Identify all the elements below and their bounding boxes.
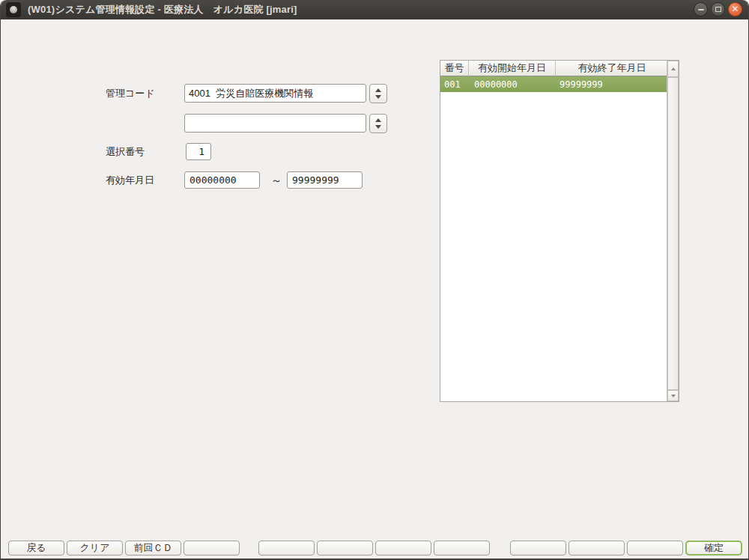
close-icon: ✕ [731, 4, 739, 13]
table-row[interactable]: 001 00000000 99999999 [440, 76, 679, 92]
mgmt-code-spinner[interactable] [369, 84, 387, 103]
valid-date-end-input[interactable] [287, 171, 363, 189]
close-button[interactable]: ✕ [728, 2, 742, 16]
app-icon [6, 2, 21, 17]
empty-button-6[interactable] [510, 541, 566, 556]
col-header-number[interactable]: 番号 [440, 61, 469, 76]
mgmt-code-label: 管理コード [106, 87, 155, 100]
minimize-icon [698, 9, 704, 10]
date-range-separator: ～ [266, 174, 287, 188]
selection-number-label: 選択番号 [106, 145, 145, 159]
app-window: (W01)システム管理情報設定 - 医療法人 オルカ医院 [jmari] ✕ 管… [0, 0, 749, 560]
empty-button-5[interactable] [434, 541, 490, 556]
spinner-up-icon [375, 88, 381, 92]
scrollbar-thumb[interactable] [667, 77, 679, 390]
empty-button-4[interactable] [375, 541, 431, 556]
scroll-down-button[interactable] [667, 390, 679, 401]
maximize-icon [715, 7, 721, 12]
spinner-down-icon [375, 125, 381, 129]
col-header-start-date[interactable]: 有効開始年月日 [469, 61, 556, 76]
mgmt-code-sub-spinner[interactable] [369, 114, 387, 133]
valid-date-table: 番号 有効開始年月日 有効終了年月日 001 00000000 99999999 [440, 60, 679, 402]
cell-start-date: 00000000 [469, 76, 556, 92]
spinner-down-icon [375, 95, 381, 99]
table-header: 番号 有効開始年月日 有効終了年月日 [440, 61, 679, 76]
scroll-up-button[interactable] [667, 61, 679, 77]
app-icon-dot [10, 6, 17, 13]
back-button[interactable]: 戻る [8, 541, 64, 556]
title-bar: (W01)システム管理情報設定 - 医療法人 オルカ医院 [jmari] ✕ [1, 0, 748, 19]
window-controls: ✕ [694, 2, 742, 16]
maximize-button[interactable] [711, 2, 725, 16]
minimize-button[interactable] [694, 2, 708, 16]
empty-button-1[interactable] [184, 541, 240, 556]
scroll-up-icon [671, 67, 676, 70]
clear-button[interactable]: クリア [67, 541, 123, 556]
mgmt-code-input[interactable] [184, 84, 366, 103]
selection-number-input[interactable] [186, 143, 211, 160]
scroll-down-icon [671, 395, 676, 398]
window-title: (W01)システム管理情報設定 - 医療法人 オルカ医院 [jmari] [28, 3, 297, 16]
table-scrollbar[interactable] [667, 61, 679, 401]
prev-cd-button[interactable]: 前回ＣＤ [125, 541, 181, 556]
cell-end-date: 99999999 [556, 76, 668, 92]
valid-date-label: 有効年月日 [106, 174, 154, 187]
empty-button-2[interactable] [258, 541, 315, 556]
empty-button-3[interactable] [317, 541, 373, 556]
mgmt-code-sub-input[interactable] [184, 114, 366, 133]
cell-number: 001 [440, 76, 469, 92]
spinner-up-icon [375, 118, 381, 122]
col-header-end-date[interactable]: 有効終了年月日 [556, 61, 668, 76]
empty-button-8[interactable] [627, 541, 683, 556]
empty-button-7[interactable] [568, 541, 625, 556]
valid-date-start-input[interactable] [184, 171, 260, 189]
confirm-button[interactable]: 確定 [685, 541, 742, 556]
